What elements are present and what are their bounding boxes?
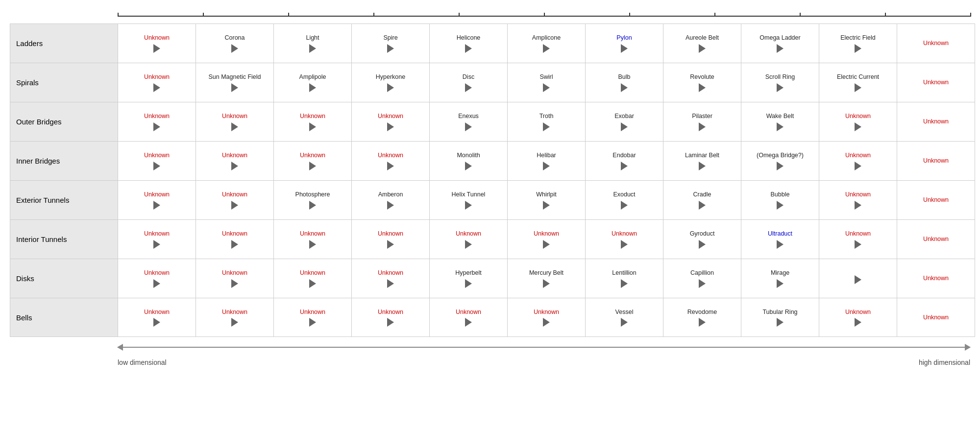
grid-row: DisksUnknownUnknownUnknownUnknownHyperbe… xyxy=(10,259,975,298)
cell-label: Unknown xyxy=(300,269,325,277)
arrow-icon xyxy=(153,83,160,92)
table-cell: Unknown xyxy=(897,142,975,180)
arrow-icon xyxy=(309,318,316,327)
cell-label: Hyperkone xyxy=(376,73,405,81)
scale-bar-container xyxy=(118,10,970,20)
table-cell: Unknown xyxy=(118,298,196,336)
cell-label: Unknown xyxy=(612,230,637,238)
arrow-icon xyxy=(621,162,628,170)
cells-container: UnknownUnknownUnknownUnknownEnexusTrothE… xyxy=(118,102,975,141)
table-cell: Unknown xyxy=(897,220,975,259)
cell-label: Unknown xyxy=(222,151,247,159)
table-cell: Hyperkone xyxy=(352,63,430,102)
arrow-icon xyxy=(309,279,316,288)
arrow-icon xyxy=(309,201,316,210)
table-cell: Hyperbelt xyxy=(430,259,508,298)
table-cell: Disc xyxy=(430,63,508,102)
table-cell: Scroll Ring xyxy=(741,63,819,102)
cell-label: Hyperbelt xyxy=(455,269,482,277)
arrow-icon xyxy=(621,201,628,210)
cell-label: Unknown xyxy=(923,39,949,47)
arrow-icon xyxy=(699,201,706,210)
cell-label: Photosphere xyxy=(295,191,330,198)
cell-label: Vessel xyxy=(615,308,634,316)
table-cell: Swirl xyxy=(508,63,586,102)
cell-label: Endobar xyxy=(612,151,636,159)
arrow-icon xyxy=(699,44,706,53)
arrow-icon xyxy=(387,279,394,288)
cell-label: Bubble xyxy=(771,191,790,198)
table-cell: Unknown xyxy=(118,102,196,141)
cell-label: Corona xyxy=(225,34,245,42)
table-cell: Unknown xyxy=(118,142,196,180)
arrow-icon xyxy=(777,201,784,210)
table-cell: Unknown xyxy=(508,220,586,259)
cell-label: Unknown xyxy=(923,235,949,243)
scale-tick xyxy=(800,13,801,17)
arrow-icon xyxy=(777,122,784,131)
cells-container: UnknownSun Magnetic FieldAmplipoleHyperk… xyxy=(118,63,975,102)
table-cell: Unknown xyxy=(352,220,430,259)
cell-label: Unknown xyxy=(378,308,403,316)
cell-label: Unknown xyxy=(300,308,325,316)
arrow-icon xyxy=(387,240,394,249)
table-cell: Unknown xyxy=(274,142,352,180)
cell-label: Monolith xyxy=(457,151,480,159)
cell-label: Unknown xyxy=(923,118,949,125)
table-cell: Unknown xyxy=(274,102,352,141)
arrow-icon xyxy=(777,240,784,249)
cells-container: UnknownUnknownUnknownUnknownUnknownUnkno… xyxy=(118,298,975,336)
table-cell: Unknown xyxy=(819,181,897,219)
table-cell: Corona xyxy=(196,24,274,63)
arrow-icon xyxy=(309,240,316,249)
cell-label: Unknown xyxy=(456,308,481,316)
arrow-icon xyxy=(777,83,784,92)
arrow-icon xyxy=(855,240,861,249)
row-label: Bells xyxy=(10,298,118,336)
arrow-icon xyxy=(621,44,628,53)
arrow-icon xyxy=(153,122,160,131)
table-cell: Unknown xyxy=(508,298,586,336)
table-cell: Amplicone xyxy=(508,24,586,63)
table-cell: Laminar Belt xyxy=(663,142,741,180)
arrow-icon xyxy=(309,44,316,53)
cell-label: Unknown xyxy=(845,308,871,316)
table-cell: Monolith xyxy=(430,142,508,180)
table-cell: Omega Ladder xyxy=(741,24,819,63)
arrow-icon xyxy=(387,44,394,53)
row-label: Exterior Tunnels xyxy=(10,181,118,219)
arrow-icon xyxy=(855,318,861,327)
cell-label: Swirl xyxy=(539,73,553,81)
table-cell: Electric Field xyxy=(819,24,897,63)
table-cell: Cradle xyxy=(663,181,741,219)
grid-row: SpiralsUnknownSun Magnetic FieldAmplipol… xyxy=(10,63,975,102)
arrow-icon xyxy=(231,83,238,92)
scale-tick xyxy=(970,13,971,17)
arrow-icon xyxy=(465,83,472,92)
table-cell: Vessel xyxy=(586,298,663,336)
arrow-icon xyxy=(777,162,784,170)
table-cell: Revodome xyxy=(663,298,741,336)
table-cell: Photosphere xyxy=(274,181,352,219)
table-cell: Pylon xyxy=(586,24,663,63)
arrow-icon xyxy=(465,318,472,327)
arrow-icon xyxy=(231,240,238,249)
arrow-icon xyxy=(153,318,160,327)
table-cell: Unknown xyxy=(352,142,430,180)
table-cell: Unknown xyxy=(196,102,274,141)
arrow-icon xyxy=(855,122,861,131)
cells-container: UnknownUnknownUnknownUnknownMonolithHeli… xyxy=(118,142,975,180)
scale-tick xyxy=(459,13,460,17)
cell-label: Lentillion xyxy=(612,269,636,277)
cell-label: Troth xyxy=(539,112,554,120)
grid-row: Exterior TunnelsUnknownUnknownPhotospher… xyxy=(10,180,975,219)
arrow-icon xyxy=(543,318,550,327)
table-cell: Bubble xyxy=(741,181,819,219)
table-cell: Unknown xyxy=(274,220,352,259)
cell-label: Unknown xyxy=(378,112,403,120)
table-cell: Unknown xyxy=(196,142,274,180)
table-cell: Unknown xyxy=(196,298,274,336)
cell-label: Unknown xyxy=(534,308,559,316)
arrow-icon xyxy=(699,279,706,288)
cell-label: Unknown xyxy=(144,308,170,316)
